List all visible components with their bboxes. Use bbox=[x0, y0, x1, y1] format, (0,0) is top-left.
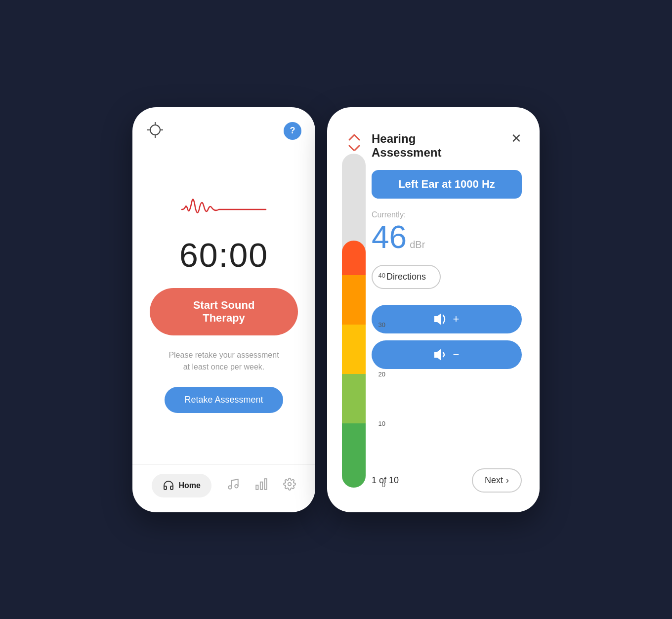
svg-rect-7 bbox=[256, 485, 258, 490]
phone-content: 60:00 Start Sound Therapy Please retake … bbox=[132, 141, 315, 464]
thermo-label-20: 20 bbox=[378, 370, 385, 377]
volume-plus-label: + bbox=[453, 313, 460, 326]
dbr-display: 46 dBr bbox=[372, 221, 522, 253]
close-button[interactable]: ✕ bbox=[511, 132, 522, 145]
thermo-label-30: 30 bbox=[378, 321, 385, 328]
nav-music-icon[interactable] bbox=[227, 478, 240, 494]
next-button-label: Next bbox=[485, 475, 503, 486]
retake-description: Please retake your assessmentat least on… bbox=[168, 349, 279, 373]
thermometer-arrows-icon[interactable] bbox=[344, 133, 364, 151]
nav-home-item[interactable]: Home bbox=[152, 474, 211, 497]
headphones-icon bbox=[163, 480, 174, 492]
svg-point-5 bbox=[228, 486, 232, 489]
currently-label: Currently: bbox=[372, 210, 522, 219]
nav-home-label: Home bbox=[178, 481, 200, 490]
thermo-label-0: 0 bbox=[382, 481, 385, 488]
target-icon bbox=[146, 121, 164, 141]
svg-rect-9 bbox=[264, 479, 266, 490]
svg-marker-12 bbox=[434, 349, 441, 361]
volume-up-button[interactable]: + bbox=[372, 305, 522, 333]
svg-point-10 bbox=[288, 482, 291, 486]
svg-marker-11 bbox=[434, 313, 441, 325]
retake-assessment-button[interactable]: Retake Assessment bbox=[165, 387, 283, 413]
volume-controls: + − bbox=[372, 305, 522, 369]
svg-point-0 bbox=[150, 125, 160, 135]
phone-header: ? bbox=[132, 107, 315, 141]
svg-point-6 bbox=[235, 485, 238, 488]
panel-header: HearingAssessment ✕ bbox=[372, 132, 522, 161]
thermometer-column: 40 30 20 10 0 bbox=[327, 127, 372, 493]
app-container: ? 60:00 Start Sound Therapy Please retak… bbox=[132, 107, 540, 512]
volume-down-icon bbox=[434, 349, 448, 361]
nav-settings-icon[interactable] bbox=[283, 478, 296, 494]
timer-display: 60:00 bbox=[179, 236, 268, 274]
volume-down-button[interactable]: − bbox=[372, 340, 522, 369]
thermo-label-10: 10 bbox=[378, 419, 385, 427]
start-sound-therapy-button[interactable]: Start Sound Therapy bbox=[150, 288, 298, 335]
bottom-nav: Home bbox=[132, 464, 315, 512]
svg-rect-8 bbox=[260, 482, 262, 489]
panel-title: HearingAssessment bbox=[372, 132, 441, 161]
volume-up-icon bbox=[434, 313, 448, 325]
pagination-row: 1 of 10 Next › bbox=[372, 468, 522, 493]
next-button[interactable]: Next › bbox=[472, 468, 522, 493]
help-icon[interactable]: ? bbox=[284, 122, 301, 140]
ear-label-badge: Left Ear at 1000 Hz bbox=[372, 170, 522, 199]
volume-minus-label: − bbox=[453, 348, 460, 361]
dbr-value: 46 bbox=[372, 221, 407, 253]
nav-chart-icon[interactable] bbox=[255, 478, 268, 494]
phone-left: ? 60:00 Start Sound Therapy Please retak… bbox=[132, 107, 315, 512]
thermo-label-40: 40 bbox=[378, 271, 385, 279]
waveform-icon bbox=[179, 192, 268, 222]
dbr-unit: dBr bbox=[410, 239, 425, 250]
next-chevron-icon: › bbox=[506, 475, 509, 486]
right-content-area: HearingAssessment ✕ Left Ear at 1000 Hz … bbox=[372, 127, 522, 493]
phone-right: 40 30 20 10 0 HearingAssessment ✕ Left E… bbox=[327, 107, 540, 512]
